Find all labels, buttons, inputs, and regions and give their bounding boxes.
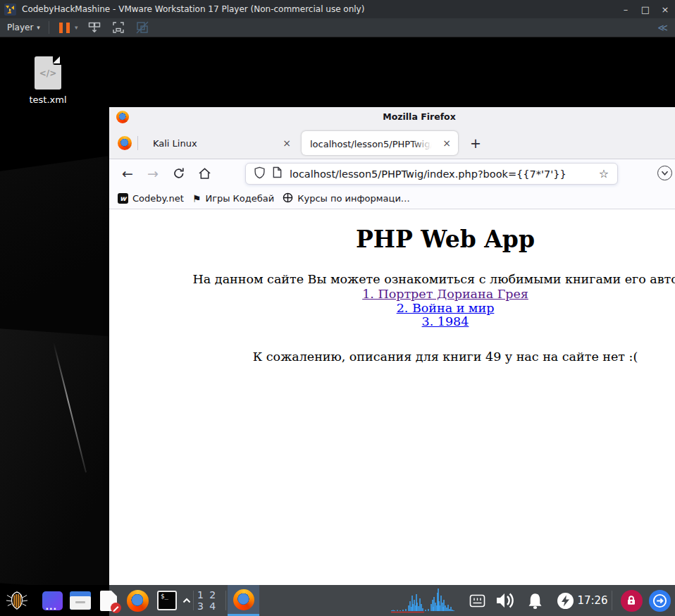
volume-icon[interactable] [493,585,518,616]
reload-button[interactable] [173,167,185,183]
player-menu-label: Player [7,23,33,32]
home-button[interactable] [198,167,211,183]
terminal-icon: $_ [157,591,177,610]
applications-menu-button[interactable] [0,585,34,616]
firefox-window-title: Mozilla Firefox [109,111,675,122]
bookmark-kursy[interactable]: Курсы по информаци… [283,192,410,205]
suspend-vm-button[interactable]: ▾ [59,23,78,33]
power-manager-icon[interactable] [555,585,576,616]
vmware-titlebar: CodebyHackMashine - VMware Workstation 1… [0,0,675,18]
link-book-3[interactable]: 3. 1984 [109,315,675,329]
tab-label-wrap: localhost/lesson5/PHPTwig/in [310,137,435,150]
firefox-view-button[interactable] [118,136,132,150]
desktop-file-label: test.xml [20,94,76,105]
page-info-icon[interactable] [272,166,283,181]
session-logout-button[interactable] [646,585,673,616]
file-manager-button[interactable] [68,585,92,616]
send-to-monitor-button[interactable] [87,20,101,35]
web-page-content: PHP Web App На данном сайте Вы можете оз… [109,210,675,616]
url-bar[interactable]: localhost/lesson5/PHPTwig/index.php?book… [245,163,618,185]
page-title: PHP Web App [109,226,675,253]
tab-kali-linux[interactable]: Kali Linux × [142,131,298,155]
page-fold [111,591,117,596]
new-tab-button[interactable]: + [466,134,485,152]
codeby-favicon: w [118,193,128,204]
fullscreen-button[interactable] [111,20,125,35]
firefox-navigation-bar: ← → localhost/lesson5/PHPTwig/index.php?… [109,159,675,188]
not-found-message: К сожалению, описания для книги 49 у нас… [109,350,675,364]
tab-divider [137,136,138,150]
arrow-right-circle-icon [649,590,671,612]
page-fold [53,56,61,65]
workspace-switcher[interactable]: 1 2 3 4 [197,585,224,616]
url-input[interactable]: localhost/lesson5/PHPTwig/index.php?book… [290,168,599,180]
text-editor-button[interactable] [97,585,120,616]
toolbar-divider [49,21,49,34]
panel-divider [225,591,226,610]
pause-icon [59,23,63,33]
bookmark-label: Codeby.net [132,193,184,204]
panel-expand-button[interactable] [180,585,194,616]
network-tray-icon[interactable] [467,585,487,616]
firefox-tab-bar: Kali Linux × localhost/lesson5/PHPTwig/i… [109,127,675,159]
minimize-button[interactable]: – [616,0,636,18]
back-button[interactable]: ← [118,164,137,183]
forward-button-disabled: → [143,164,163,183]
tab-label: localhost/lesson5/PHPTwig/in [310,139,435,149]
book-links: 1. Портрет Дориана Грея 2. Война и мир 3… [109,288,675,329]
pencil-badge-icon [111,603,121,613]
kali-desktop: </> test.xml Mozilla Firefox Kali Linux … [0,37,675,616]
flag-icon: ⚑ [192,193,202,204]
bookmark-star-icon[interactable]: ☆ [599,167,609,180]
vmware-toolbar: Player ▾ ▾ ≪ [0,18,675,37]
terminal-launcher-button[interactable]: $_ [154,585,180,616]
app-window-icon [42,591,63,610]
vmware-window-title: CodebyHackMashine - VMware Workstation 1… [22,4,364,14]
link-book-2[interactable]: 2. Война и мир [109,302,675,316]
firefox-window: Mozilla Firefox Kali Linux × localhost/l… [109,107,675,616]
bookmark-label: Курсы по информаци… [297,193,410,204]
bookmarks-toolbar: w Codeby.net ⚑ Игры Кодебай Курсы по инф… [109,188,675,209]
tab-localhost-active[interactable]: localhost/lesson5/PHPTwig/in × [302,131,458,155]
lock-icon [621,590,643,612]
close-button[interactable]: × [655,0,675,18]
network-monitor-graph[interactable] [389,585,459,616]
pause-icon [66,23,70,33]
tracking-protection-shield-icon[interactable] [254,166,266,182]
panel-divider [193,591,194,610]
firefox-launcher-button[interactable] [124,585,151,616]
maximize-button[interactable]: □ [636,0,655,18]
link-book-1[interactable]: 1. Портрет Дориана Грея [109,288,675,302]
bookmark-igry-codebay[interactable]: ⚑ Игры Кодебай [192,193,274,204]
notifications-bell-icon[interactable] [523,585,547,616]
code-glyph: </> [35,68,61,78]
chevron-down-icon: ▾ [37,24,40,31]
player-menu-button[interactable]: Player ▾ [7,23,40,32]
collapse-toolbar-button[interactable]: ≪ [657,22,667,33]
app-launcher-button[interactable] [40,585,64,616]
bookmark-label: Игры Кодебай [205,193,274,204]
tab-close-icon[interactable]: × [435,137,458,149]
panel-divider [612,591,612,610]
chevron-up-icon [182,598,191,603]
xml-file-icon: </> [35,56,61,90]
globe-icon [283,192,293,205]
intro-text: На данном сайте Вы можете ознакомиться с… [109,272,675,286]
desktop-file-test-xml[interactable]: </> test.xml [20,56,76,105]
pocket-icon[interactable] [657,166,672,180]
clock[interactable]: 17:26 [576,585,609,616]
kali-dragon-icon [5,590,29,611]
tab-close-icon[interactable]: × [275,137,298,149]
tab-label: Kali Linux [153,138,275,149]
firefox-icon [127,590,149,612]
taskbar-firefox-window-button[interactable] [228,585,259,616]
vmware-window-controls: – □ × [616,0,675,18]
document-icon [100,591,117,611]
firefox-titlebar[interactable]: Mozilla Firefox [109,107,675,127]
screen-lock-button[interactable] [618,585,645,616]
firefox-icon [233,589,254,610]
bookmark-codeby[interactable]: w Codeby.net [118,193,184,204]
vmware-app-icon [4,4,16,16]
folder-icon [70,591,91,610]
unity-mode-button-disabled [135,20,149,35]
